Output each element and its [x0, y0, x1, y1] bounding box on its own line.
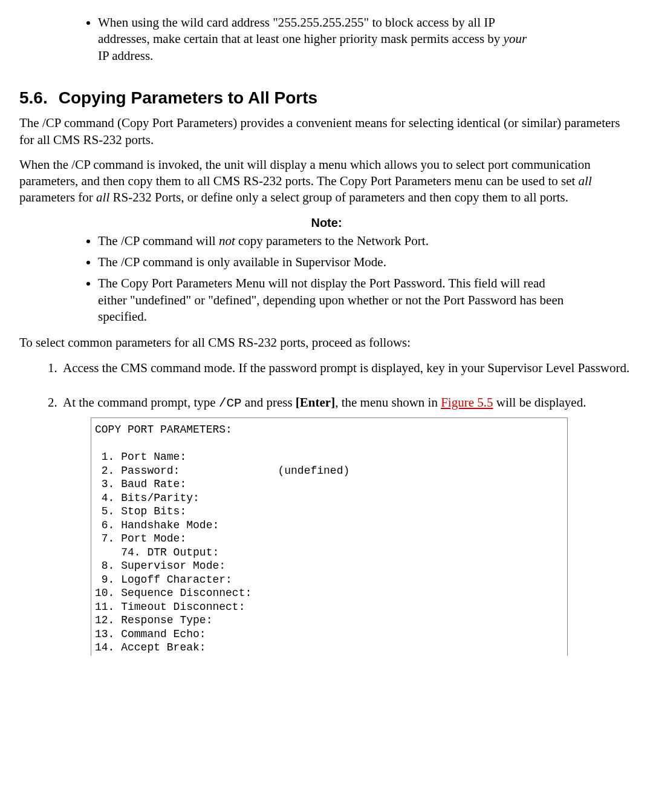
- para2-c: RS-232 Ports, or define only a select gr…: [109, 190, 568, 205]
- note-item-3: The Copy Port Parameters Menu will not d…: [98, 275, 634, 325]
- step2-code: /CP: [219, 396, 242, 410]
- note1-a: The /CP command will: [98, 234, 219, 248]
- intro-bullet-text-post: IP address.: [98, 48, 153, 63]
- paragraph-2: When the /CP command is invoked, the uni…: [19, 157, 634, 206]
- note-list: The /CP command will not copy parameters…: [19, 233, 634, 325]
- note-item-1: The /CP command will not copy parameters…: [98, 233, 634, 249]
- step2-enter: [Enter]: [296, 395, 335, 410]
- para2-i2: all: [96, 190, 109, 205]
- step-2: At the command prompt, type /CP and pres…: [60, 395, 634, 656]
- intro-bullet-list: When using the wild card address "255.25…: [19, 15, 634, 64]
- step2-c: , the menu shown in: [335, 395, 441, 410]
- terminal-output: COPY PORT PARAMETERS: 1. Port Name: 2. P…: [91, 417, 568, 656]
- intro-bullet-text-ital: your: [504, 31, 527, 46]
- note1-i: not: [219, 234, 235, 248]
- paragraph-3: To select common parameters for all CMS …: [19, 335, 634, 351]
- step2-b: and press: [242, 395, 296, 410]
- step2-a: At the command prompt, type: [63, 395, 219, 410]
- steps-list: Access the CMS command mode. If the pass…: [19, 360, 634, 656]
- para2-a: When the /CP command is invoked, the uni…: [19, 157, 591, 188]
- section-number: 5.6.: [19, 88, 48, 107]
- section-title: Copying Parameters to All Ports: [59, 88, 317, 107]
- figure-5-5-link[interactable]: Figure 5.5: [441, 395, 493, 410]
- note-item-2: The /CP command is only available in Sup…: [98, 254, 634, 270]
- step2-d: will be displayed.: [493, 395, 586, 410]
- para2-b: parameters for: [19, 190, 96, 205]
- intro-bullet-item: When using the wild card address "255.25…: [98, 15, 634, 64]
- paragraph-1: The /CP command (Copy Port Parameters) p…: [19, 115, 634, 148]
- intro-bullet-text-pre: When using the wild card address "255.25…: [98, 15, 504, 46]
- section-heading: 5.6.Copying Parameters to All Ports: [19, 87, 634, 109]
- step-1: Access the CMS command mode. If the pass…: [60, 360, 634, 376]
- note-heading: Note:: [19, 215, 634, 231]
- note1-b: copy parameters to the Network Port.: [235, 234, 429, 248]
- para2-i1: all: [579, 174, 592, 188]
